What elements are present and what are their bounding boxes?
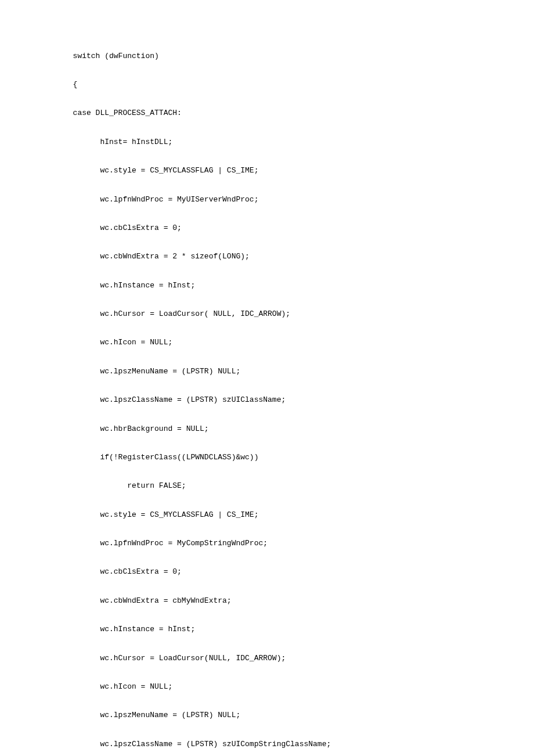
code-line: wc.hIcon = NULL;	[64, 680, 470, 694]
code-line: switch (dwFunction)	[64, 49, 470, 64]
code-line: wc.hInstance = hInst;	[64, 279, 470, 293]
code-line: wc.cbWndExtra = cbMyWndExtra;	[64, 594, 470, 609]
code-line: wc.lpfnWndProc = MyUIServerWndProc;	[64, 193, 470, 207]
code-line: wc.hIcon = NULL;	[64, 336, 470, 350]
code-line: wc.lpfnWndProc = MyCompStringWndProc;	[64, 537, 470, 551]
code-line: hInst= hInstDLL;	[64, 135, 470, 150]
code-line: wc.lpszMenuName = (LPSTR) NULL;	[64, 708, 470, 723]
code-line: wc.hInstance = hInst;	[64, 622, 470, 637]
code-line: {	[64, 78, 470, 92]
code-line: wc.cbClsExtra = 0;	[64, 565, 470, 579]
code-line: wc.style = CS_MYCLASSFLAG | CS_IME;	[64, 508, 470, 523]
code-line: wc.style = CS_MYCLASSFLAG | CS_IME;	[64, 164, 470, 178]
code-line: wc.lpszClassName = (LPSTR) szUIClassName…	[64, 393, 470, 408]
code-line: wc.lpszMenuName = (LPSTR) NULL;	[64, 365, 470, 379]
code-line: wc.hCursor = LoadCursor( NULL, IDC_ARROW…	[64, 307, 470, 322]
code-line: return FALSE;	[64, 479, 470, 494]
code-line: wc.cbClsExtra = 0;	[64, 221, 470, 236]
code-line: wc.hbrBackground = NULL;	[64, 422, 470, 437]
code-line: if(!RegisterClass((LPWNDCLASS)&wc))	[64, 451, 470, 465]
code-line: wc.cbWndExtra = 2 * sizeof(LONG);	[64, 250, 470, 264]
code-line: wc.lpszClassName = (LPSTR) szUICompStrin…	[64, 737, 470, 752]
code-line: wc.hCursor = LoadCursor(NULL, IDC_ARROW)…	[64, 651, 470, 666]
code-block: switch (dwFunction) { case DLL_PROCESS_A…	[64, 35, 470, 756]
code-line: case DLL_PROCESS_ATTACH:	[64, 106, 470, 121]
